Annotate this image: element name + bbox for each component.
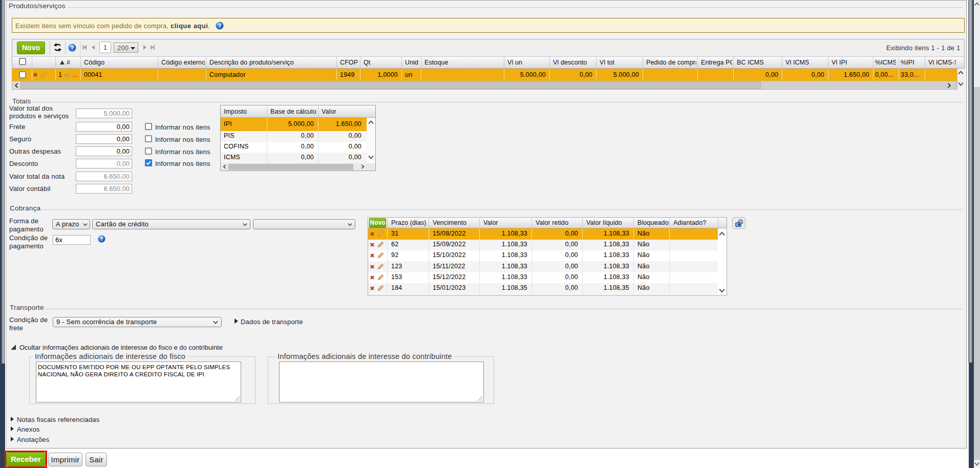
svg-text:?: ?	[218, 23, 222, 29]
svg-text:?: ?	[71, 45, 74, 51]
svg-text:?: ?	[100, 236, 103, 242]
